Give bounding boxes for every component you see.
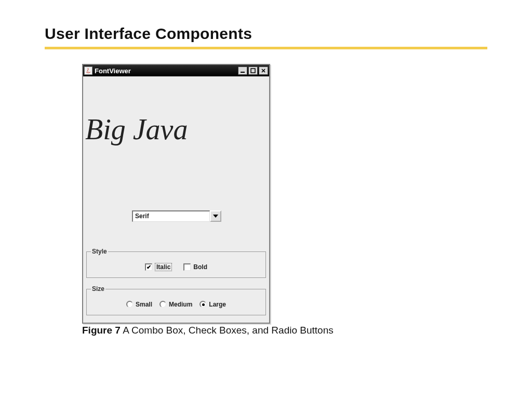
window-titlebar: FontViewer: [83, 65, 269, 76]
size-small-label: Small: [136, 301, 152, 308]
figure-caption: Figure 7 A Combo Box, Check Boxes, and R…: [82, 325, 487, 336]
style-panel: Style ✔ Italic Bold: [86, 248, 266, 278]
italic-checkbox[interactable]: ✔ Italic: [145, 263, 172, 271]
bold-label: Bold: [193, 263, 207, 271]
combo-selected-value[interactable]: Serif: [132, 210, 210, 222]
italic-label: Italic: [155, 263, 172, 271]
java-cup-icon: [84, 66, 92, 75]
app-window: FontViewer Big Java Serif: [82, 64, 270, 324]
radio-icon: [159, 301, 166, 308]
figure-number: Figure 7: [82, 325, 121, 336]
maximize-button[interactable]: [248, 66, 258, 75]
size-legend: Size: [91, 285, 105, 292]
size-medium-label: Medium: [169, 301, 192, 308]
size-large-radio[interactable]: Large: [200, 301, 226, 308]
font-family-combo[interactable]: Serif: [132, 210, 221, 222]
slide-title: User Interface Components: [45, 25, 487, 46]
svg-rect-1: [251, 69, 255, 73]
checkbox-icon: ✔: [145, 263, 152, 271]
radio-icon: [126, 301, 133, 308]
checkbox-icon: [183, 263, 191, 271]
window-client-area: Big Java Serif Style ✔ Italic: [83, 76, 269, 323]
minimize-button[interactable]: [238, 66, 247, 75]
combo-dropdown-button[interactable]: [210, 210, 221, 222]
svg-rect-0: [241, 72, 245, 73]
size-medium-radio[interactable]: Medium: [159, 301, 192, 308]
size-large-label: Large: [209, 301, 226, 308]
window-title: FontViewer: [95, 67, 131, 75]
chevron-down-icon: [213, 215, 218, 218]
font-preview-text: Big Java: [85, 113, 188, 146]
close-button[interactable]: [259, 66, 268, 75]
radio-icon: [200, 301, 206, 308]
size-small-radio[interactable]: Small: [126, 301, 152, 308]
style-legend: Style: [91, 248, 108, 255]
figure-caption-text: A Combo Box, Check Boxes, and Radio Butt…: [121, 325, 334, 336]
size-panel: Size Small Medium Large: [86, 285, 266, 315]
bold-checkbox[interactable]: Bold: [183, 263, 207, 271]
